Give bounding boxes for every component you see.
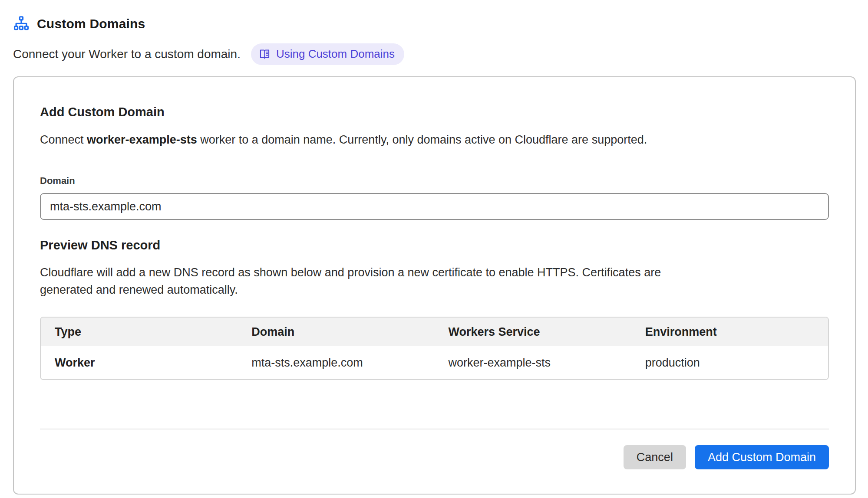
table-header-row: Type Domain Workers Service Environment — [41, 318, 828, 346]
description-prefix: Connect — [40, 133, 87, 146]
column-header-type: Type — [41, 318, 238, 346]
table-row: Worker mta-sts.example.com worker-exampl… — [41, 346, 828, 379]
footer-actions: Cancel Add Custom Domain — [40, 445, 829, 469]
cell-type: Worker — [41, 346, 238, 379]
using-custom-domains-label: Using Custom Domains — [276, 47, 395, 61]
worker-connect-description: Connect worker-example-sts worker to a d… — [40, 131, 829, 148]
column-header-domain: Domain — [238, 318, 434, 346]
add-custom-domain-button[interactable]: Add Custom Domain — [695, 445, 829, 469]
open-book-icon — [259, 48, 271, 60]
footer-divider — [40, 429, 829, 429]
description-suffix: worker to a domain name. Currently, only… — [197, 133, 647, 146]
sitemap-icon — [13, 16, 30, 32]
cell-environment: production — [631, 346, 828, 379]
worker-name: worker-example-sts — [87, 133, 197, 146]
page-header: Custom Domains — [13, 16, 856, 32]
domain-input[interactable] — [40, 193, 829, 220]
preview-dns-description: Cloudflare will add a new DNS record as … — [40, 264, 687, 298]
custom-domains-page: Custom Domains Connect your Worker to a … — [0, 0, 868, 495]
cancel-button[interactable]: Cancel — [624, 445, 686, 469]
page-title: Custom Domains — [37, 16, 145, 31]
add-custom-domain-heading: Add Custom Domain — [40, 105, 829, 119]
page-subtitle: Connect your Worker to a custom domain. — [13, 47, 241, 61]
cell-domain: mta-sts.example.com — [238, 346, 434, 379]
column-header-environment: Environment — [631, 318, 828, 346]
dns-preview-table: Type Domain Workers Service Environment … — [40, 317, 829, 380]
cell-workers-service: worker-example-sts — [435, 346, 631, 379]
preview-dns-record-heading: Preview DNS record — [40, 238, 829, 252]
using-custom-domains-link[interactable]: Using Custom Domains — [251, 43, 404, 65]
domain-field-label: Domain — [40, 175, 829, 187]
column-header-workers-service: Workers Service — [435, 318, 631, 346]
add-custom-domain-card: Add Custom Domain Connect worker-example… — [13, 76, 856, 495]
page-subtitle-row: Connect your Worker to a custom domain. … — [13, 43, 856, 65]
